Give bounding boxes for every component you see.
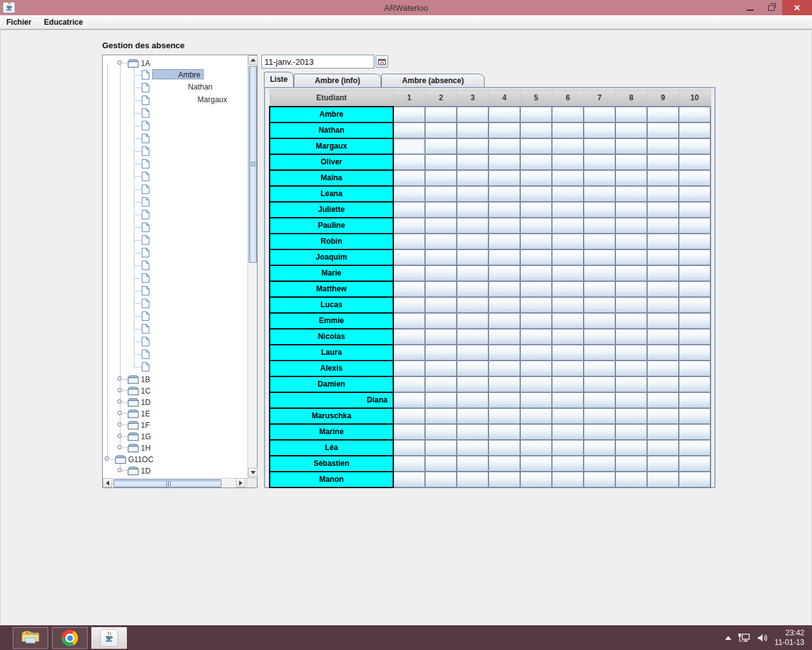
attendance-cell[interactable] [647, 234, 679, 249]
tree-expand-knob[interactable] [117, 388, 122, 392]
tree-expand-knob[interactable] [117, 445, 122, 449]
attendance-cell[interactable] [488, 392, 520, 408]
attendance-cell[interactable] [679, 456, 710, 472]
attendance-cell[interactable] [647, 456, 679, 472]
attendance-cell[interactable] [425, 265, 457, 281]
attendance-cell[interactable] [425, 297, 457, 313]
attendance-cell[interactable] [552, 138, 584, 154]
attendance-cell[interactable] [425, 249, 457, 265]
attendance-cell[interactable] [520, 154, 552, 170]
menu-fichier[interactable]: Fichier [0, 15, 37, 29]
attendance-cell[interactable] [457, 440, 488, 456]
tree-node-1h[interactable]: 1H [141, 443, 150, 453]
attendance-cell[interactable] [457, 138, 488, 154]
attendance-cell[interactable] [647, 297, 679, 313]
tree-node-ambre[interactable]: Ambre [152, 69, 204, 79]
attendance-cell[interactable] [679, 218, 710, 234]
attendance-cell[interactable] [393, 281, 425, 297]
student-cell[interactable]: Lucas [270, 297, 393, 313]
attendance-cell[interactable] [552, 123, 584, 138]
attendance-cell[interactable] [520, 218, 552, 234]
attendance-cell[interactable] [615, 281, 647, 297]
attendance-cell[interactable] [584, 361, 615, 376]
attendance-cell[interactable] [647, 472, 679, 488]
attendance-cell[interactable] [552, 234, 584, 249]
attendance-cell[interactable] [393, 265, 425, 281]
attendance-cell[interactable] [647, 202, 679, 218]
attendance-cell[interactable] [520, 202, 552, 218]
attendance-cell[interactable] [679, 392, 710, 408]
restore-button[interactable] [761, 0, 782, 15]
attendance-cell[interactable] [584, 170, 615, 186]
menu-educatrice[interactable]: Educatrice [37, 15, 89, 29]
attendance-cell[interactable] [552, 107, 584, 123]
attendance-cell[interactable] [552, 249, 584, 265]
student-cell[interactable]: Léana [270, 186, 393, 202]
student-cell[interactable]: Nathan [270, 123, 393, 138]
attendance-cell[interactable] [520, 408, 552, 424]
attendance-cell[interactable] [425, 392, 457, 408]
attendance-cell[interactable] [679, 249, 710, 265]
student-cell[interactable]: Robin [270, 234, 393, 249]
attendance-cell[interactable] [520, 297, 552, 313]
attendance-cell[interactable] [615, 218, 647, 234]
tree-node-margaux[interactable]: Margaux [173, 95, 227, 105]
attendance-cell[interactable] [393, 329, 425, 345]
attendance-cell[interactable] [679, 345, 710, 361]
attendance-cell[interactable] [393, 249, 425, 265]
attendance-cell[interactable] [615, 376, 647, 392]
attendance-cell[interactable] [615, 345, 647, 361]
tree-expand-knob[interactable] [117, 399, 122, 404]
attendance-cell[interactable] [615, 440, 647, 456]
attendance-cell[interactable] [393, 123, 425, 138]
attendance-cell[interactable] [584, 313, 615, 329]
attendance-cell[interactable] [615, 186, 647, 202]
attendance-cell[interactable] [647, 281, 679, 297]
attendance-cell[interactable] [425, 170, 457, 186]
attendance-cell[interactable] [425, 123, 457, 138]
attendance-cell[interactable] [552, 218, 584, 234]
student-cell[interactable]: Marie [270, 265, 393, 281]
attendance-cell[interactable] [393, 440, 425, 456]
attendance-cell[interactable] [584, 376, 615, 392]
tree-node-1e[interactable]: 1E [141, 409, 150, 419]
scroll-up-button[interactable] [248, 55, 258, 65]
attendance-cell[interactable] [552, 440, 584, 456]
attendance-cell[interactable] [520, 345, 552, 361]
tree-expand-knob[interactable] [117, 422, 122, 427]
network-icon[interactable] [738, 633, 750, 643]
tree-expand-knob[interactable] [117, 411, 122, 415]
attendance-cell[interactable] [520, 313, 552, 329]
attendance-cell[interactable] [615, 138, 647, 154]
attendance-cell[interactable] [457, 186, 488, 202]
attendance-cell[interactable] [393, 297, 425, 313]
attendance-cell[interactable] [615, 313, 647, 329]
attendance-cell[interactable] [584, 154, 615, 170]
attendance-cell[interactable] [393, 186, 425, 202]
tree-expand-knob[interactable] [117, 60, 122, 65]
student-cell[interactable]: Léa [270, 440, 393, 456]
attendance-cell[interactable] [679, 123, 710, 138]
tree-expand-knob[interactable] [117, 434, 122, 438]
attendance-cell[interactable] [679, 107, 710, 123]
date-picker-button[interactable] [376, 55, 388, 68]
student-cell[interactable]: Sébastien [270, 456, 393, 472]
attendance-cell[interactable] [679, 202, 710, 218]
attendance-cell[interactable] [552, 154, 584, 170]
student-cell[interactable]: Pauline [270, 218, 393, 234]
attendance-cell[interactable] [488, 329, 520, 345]
attendance-cell[interactable] [488, 107, 520, 123]
tab-ambre-absence-[interactable]: Ambre (absence) [381, 74, 485, 87]
attendance-cell[interactable] [457, 392, 488, 408]
attendance-cell[interactable] [520, 123, 552, 138]
attendance-cell[interactable] [615, 265, 647, 281]
attendance-cell[interactable] [647, 440, 679, 456]
attendance-cell[interactable] [679, 472, 710, 488]
minimize-button[interactable] [739, 0, 761, 15]
attendance-cell[interactable] [615, 456, 647, 472]
attendance-cell[interactable] [520, 170, 552, 186]
attendance-cell[interactable] [615, 408, 647, 424]
attendance-cell[interactable] [679, 361, 710, 376]
attendance-cell[interactable] [488, 472, 520, 488]
student-cell[interactable]: Juliette [270, 202, 393, 218]
